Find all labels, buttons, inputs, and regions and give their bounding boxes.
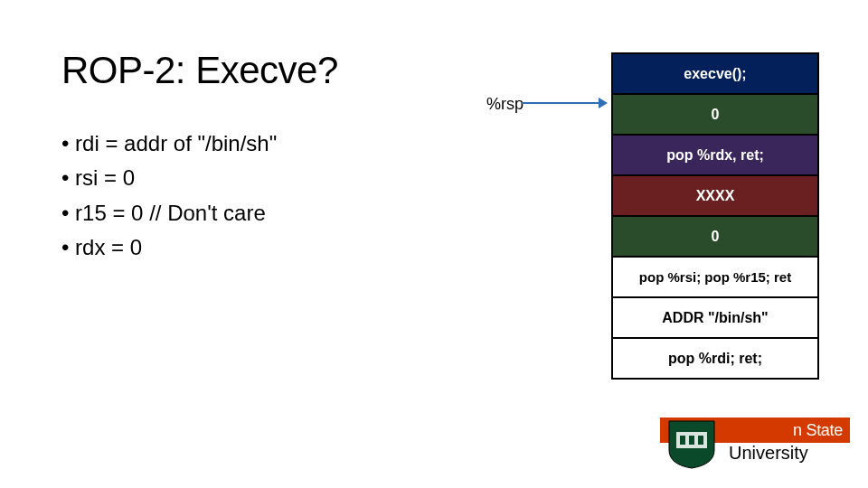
bullet-item: rdi = addr of "/bin/sh" — [61, 127, 277, 161]
stack-cell: XXXX — [611, 174, 819, 217]
stack-cell: pop %rsi; pop %r15; ret — [611, 256, 819, 298]
stack-cell: 0 — [611, 93, 819, 136]
slide-title: ROP-2: Execve? — [61, 49, 338, 92]
university-logo: n State University — [660, 418, 850, 472]
bullet-item: rdx = 0 — [61, 230, 277, 265]
stack-cell: 0 — [611, 215, 819, 258]
stack-cell: ADDR "/bin/sh" — [611, 296, 819, 339]
svg-rect-2 — [689, 436, 694, 445]
arrow-icon — [522, 102, 599, 104]
slide: ROP-2: Execve? rdi = addr of "/bin/sh" r… — [0, 0, 868, 488]
stack-cell: pop %rdx, ret; — [611, 134, 819, 176]
stack-cell: execve(); — [611, 52, 819, 95]
svg-rect-1 — [680, 436, 685, 445]
stack-diagram: execve(); 0 pop %rdx, ret; XXXX 0 pop %r… — [611, 52, 819, 378]
bullet-item: r15 = 0 // Don't care — [61, 196, 277, 230]
logo-bottom-text: University — [729, 443, 808, 464]
rsp-label: %rsp — [486, 95, 524, 114]
bullet-item: rsi = 0 — [61, 161, 277, 195]
bullet-list: rdi = addr of "/bin/sh" rsi = 0 r15 = 0 … — [61, 127, 277, 266]
shield-icon — [667, 419, 716, 470]
svg-rect-3 — [698, 436, 703, 445]
stack-cell: pop %rdi; ret; — [611, 337, 819, 380]
